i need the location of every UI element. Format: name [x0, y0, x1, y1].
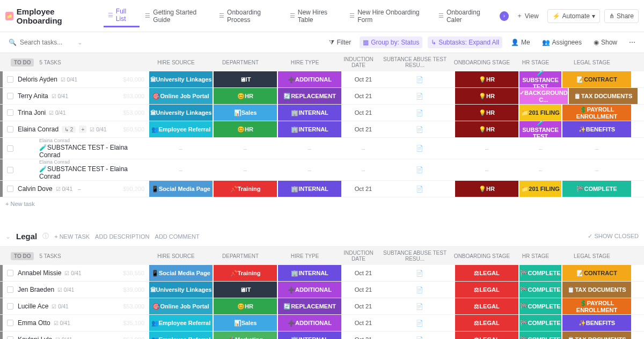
- tag[interactable]: 🏁COMPLETE: [519, 265, 561, 281]
- task-name[interactable]: Terry Anita: [18, 92, 48, 100]
- document-icon[interactable]: 📄: [416, 286, 423, 293]
- column-header[interactable]: INDUCTION DATE: [337, 56, 380, 68]
- document-icon[interactable]: 📄: [416, 93, 423, 100]
- column-header[interactable]: DEPARTMENT: [208, 253, 273, 259]
- tag[interactable]: 💡HR: [455, 88, 518, 104]
- tag[interactable]: 🏢INTERNAL: [278, 121, 341, 137]
- tag[interactable]: 📌Training: [214, 265, 277, 281]
- tab-new-hires-table[interactable]: ☰New Hires Table: [286, 4, 344, 27]
- tag[interactable]: 🔄REPLACEMENT: [278, 298, 341, 314]
- task-row[interactable]: Deloris Ayden☑ 0/41$40,000🏛University Li…: [0, 71, 644, 88]
- share-button[interactable]: ⋔ Share: [604, 9, 639, 23]
- tag[interactable]: ⚖LEGAL: [455, 282, 518, 298]
- tag[interactable]: 💡HR: [455, 105, 518, 121]
- subtasks-count[interactable]: ↳ 2: [62, 126, 76, 133]
- subtask-row[interactable]: Elaina Conrad🧪SUBSTANCE TEST - Elaina Co…: [0, 159, 644, 181]
- tag[interactable]: ✓BACKGROUND C...: [519, 88, 568, 104]
- automate-button[interactable]: ⚡ Automate ▾: [547, 9, 600, 23]
- column-header[interactable]: SUBTANCE ABUSE TEST RESU...: [380, 56, 450, 68]
- tab-onboarding-caler[interactable]: ☰Onboarding Caler: [434, 4, 496, 27]
- tag[interactable]: 😊HR: [214, 121, 277, 137]
- task-name[interactable]: Elaina Conrad: [18, 126, 58, 133]
- tag[interactable]: 🖥IT: [214, 71, 277, 87]
- task-name[interactable]: Deloris Ayden: [18, 76, 57, 83]
- tag[interactable]: 📋TAX DOCUMENTS: [562, 331, 631, 339]
- task-row[interactable]: Jen Braeden☑ 0/41$39,000🏛University Link…: [0, 282, 644, 298]
- info-icon[interactable]: ⓘ: [42, 232, 49, 241]
- status-label[interactable]: TO DO: [11, 58, 34, 67]
- tag[interactable]: 📣Marketing: [214, 331, 277, 339]
- tag[interactable]: 🖥IT: [214, 282, 277, 298]
- tag[interactable]: 😊HR: [214, 88, 277, 104]
- subtasks-button[interactable]: ↳ Subtasks: Expand All: [428, 36, 502, 48]
- tag[interactable]: 🏢INTERNAL: [278, 331, 341, 339]
- tab-getting-started-guide[interactable]: ☰Getting Started Guide: [141, 4, 214, 27]
- view-button[interactable]: ＋ View: [512, 9, 543, 23]
- checkbox[interactable]: [7, 286, 13, 293]
- task-name[interactable]: Jen Braeden: [18, 286, 54, 293]
- tag[interactable]: 💡HR: [455, 181, 518, 197]
- tag[interactable]: ➕ADDITIONAL: [278, 315, 341, 331]
- tag[interactable]: ➕ADDITIONAL: [278, 71, 341, 87]
- tag[interactable]: 💲PAYROLL ENROLLMENT: [562, 298, 631, 314]
- tag[interactable]: ⚖LEGAL: [455, 331, 518, 339]
- tag[interactable]: 📋TAX DOCUMENTS: [569, 88, 638, 104]
- task-name[interactable]: 🧪SUBSTANCE TEST - Elaina Conrad: [39, 165, 149, 180]
- more-tabs-arrow[interactable]: ›: [500, 11, 509, 21]
- tag[interactable]: 👥Employee Referral: [149, 121, 213, 137]
- tag[interactable]: 🏁COMPLETE: [519, 331, 561, 339]
- tag[interactable]: 🏁COMPLETE: [519, 298, 561, 314]
- checkbox[interactable]: [7, 336, 13, 339]
- add-comment-button[interactable]: ADD COMMENT: [155, 233, 200, 240]
- document-icon[interactable]: 📄: [416, 303, 423, 310]
- task-row[interactable]: Elaina Conrad↳ 2+☑ 0/41$60,500👥Employee …: [0, 121, 644, 138]
- column-header[interactable]: HIRE SOURCE: [144, 60, 208, 65]
- column-header[interactable]: INDUCTION DATE: [337, 250, 380, 262]
- add-subtask-button[interactable]: +: [79, 126, 86, 133]
- me-button[interactable]: 👤 Me: [508, 36, 533, 48]
- tag[interactable]: 📱Social Media Page: [149, 181, 213, 197]
- tag[interactable]: 🏁COMPLETE: [562, 181, 631, 197]
- task-name[interactable]: Annabel Missie: [18, 269, 61, 277]
- task-row[interactable]: Calvin Dove☑ 0/41–$90,200📱Social Media P…: [0, 181, 644, 197]
- document-icon[interactable]: 📄: [416, 320, 423, 327]
- document-icon[interactable]: 📄: [416, 109, 423, 116]
- task-row[interactable]: Emma Otto☑ 0/41$35,100👥Employee Referral…: [0, 315, 644, 331]
- checkbox[interactable]: [7, 303, 13, 309]
- column-header[interactable]: HIRE TYPE: [273, 60, 337, 65]
- tag[interactable]: 📝CONTRACT: [562, 265, 631, 281]
- document-icon[interactable]: 📄: [416, 166, 423, 173]
- tag[interactable]: 📊Sales: [214, 315, 277, 331]
- more-icon[interactable]: ⋯: [626, 36, 639, 48]
- column-header[interactable]: HIRE TYPE: [273, 253, 337, 259]
- show-closed-button[interactable]: ✓ SHOW CLOSED: [588, 233, 639, 240]
- tag[interactable]: 📱Social Media Page: [149, 265, 213, 281]
- task-name[interactable]: Calvin Dove: [18, 185, 53, 193]
- document-icon[interactable]: 📄: [416, 126, 423, 133]
- column-header[interactable]: SUBTANCE ABUSE TEST RESU...: [380, 250, 450, 262]
- tag[interactable]: 📌Training: [214, 181, 277, 197]
- tag[interactable]: 🏛University Linkages: [149, 105, 213, 121]
- tag[interactable]: 🔄REPLACEMENT: [278, 88, 341, 104]
- document-icon[interactable]: 📄: [416, 145, 423, 152]
- checkbox[interactable]: [7, 320, 13, 326]
- tag[interactable]: 🏁COMPLETE: [519, 282, 561, 298]
- search-input[interactable]: [20, 39, 74, 46]
- tag[interactable]: 💲PAYROLL ENROLLMENT: [562, 105, 631, 121]
- column-header[interactable]: HIRE SOURCE: [144, 253, 208, 259]
- tag[interactable]: 🏢INTERNAL: [278, 181, 341, 197]
- tag[interactable]: ⚖LEGAL: [455, 265, 518, 281]
- task-row[interactable]: Trina Joni☑ 0/41$53,000🏛University Linka…: [0, 105, 644, 121]
- task-row[interactable]: Annabel Missie☑ 0/41$38,550📱Social Media…: [0, 265, 644, 282]
- task-row[interactable]: Kaylani Lyle☑ 0/41$63,000👥Employee Refer…: [0, 331, 644, 339]
- checkbox[interactable]: [7, 186, 13, 192]
- tab-full-list[interactable]: ☰Full List: [104, 4, 140, 27]
- tag[interactable]: ➕ADDITIONAL: [278, 282, 341, 298]
- subtask-row[interactable]: Elaina Conrad🧪SUBSTANCE TEST - Elaina Co…: [0, 138, 644, 159]
- tag[interactable]: 😊HR: [214, 298, 277, 314]
- group-by-button[interactable]: ▦ Group by: Status: [360, 36, 422, 48]
- add-description-button[interactable]: ADD DESCRIPTION: [95, 233, 149, 240]
- tab-onboarding-process[interactable]: ☰Onboarding Process: [215, 4, 284, 27]
- tag[interactable]: 🏢INTERNAL: [278, 265, 341, 281]
- tag[interactable]: 📊Sales: [214, 105, 277, 121]
